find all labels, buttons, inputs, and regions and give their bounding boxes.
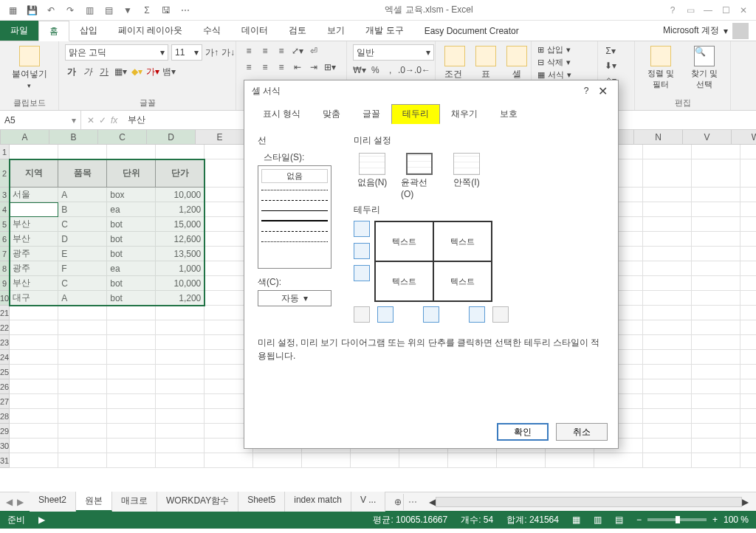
cell[interactable]: [107, 365, 156, 379]
dialog-help-icon[interactable]: ?: [578, 86, 594, 96]
cell[interactable]: bot: [107, 291, 156, 306]
row-header-29[interactable]: 29: [0, 424, 10, 439]
fill-color-icon[interactable]: ◆▾: [130, 65, 143, 78]
cell[interactable]: 15,000: [156, 217, 205, 232]
cell[interactable]: [643, 394, 692, 409]
line-style-dotted2[interactable]: [261, 238, 328, 245]
cell[interactable]: [692, 261, 740, 276]
border-vmiddle-button[interactable]: [423, 306, 439, 323]
cell[interactable]: D: [58, 232, 107, 247]
sheet-tab-0[interactable]: Sheet2: [30, 492, 76, 512]
cell[interactable]: C: [58, 217, 107, 232]
wrap-text-icon[interactable]: ⏎: [307, 44, 320, 58]
row-header-23[interactable]: 23: [0, 335, 10, 350]
row-header-30[interactable]: 30: [0, 439, 10, 453]
row-header-24[interactable]: 24: [0, 350, 10, 365]
cell[interactable]: [740, 261, 756, 276]
sheet-tab-4[interactable]: Sheet5: [238, 492, 285, 512]
tab-home[interactable]: 홈: [38, 21, 69, 41]
cell[interactable]: 13,500: [156, 247, 205, 261]
border-diag-down-button[interactable]: [492, 306, 509, 323]
dialog-tab-2[interactable]: 글꼴: [351, 104, 391, 124]
cell[interactable]: [643, 202, 692, 217]
cell[interactable]: 1,000: [156, 261, 205, 276]
zoom-slider[interactable]: [647, 518, 707, 521]
cell[interactable]: [643, 291, 692, 306]
row-header-10[interactable]: 10: [0, 291, 10, 306]
tab-layout[interactable]: 페이지 레이아웃: [108, 21, 193, 41]
cell[interactable]: [692, 320, 740, 335]
autosum-icon[interactable]: Σ: [139, 2, 155, 18]
cell[interactable]: [692, 145, 740, 159]
row-header-5[interactable]: 5: [0, 217, 10, 232]
excel-app-icon[interactable]: ▦: [4, 2, 21, 18]
currency-icon[interactable]: ₩▾: [353, 63, 366, 77]
fx-icon[interactable]: fx: [111, 115, 117, 125]
cell[interactable]: [740, 306, 756, 320]
cell[interactable]: [692, 365, 740, 379]
col-header-C[interactable]: C: [98, 130, 147, 144]
cell[interactable]: [643, 145, 692, 159]
grow-font-icon[interactable]: 가↑: [205, 46, 219, 59]
row-header-25[interactable]: 25: [0, 365, 10, 379]
dialog-tab-3[interactable]: 테두리: [391, 104, 440, 124]
hscroll-right-icon[interactable]: ▶: [742, 497, 749, 507]
cell[interactable]: [10, 409, 58, 424]
line-style-thin[interactable]: [261, 207, 328, 214]
cell[interactable]: [302, 453, 351, 468]
cell[interactable]: box: [107, 188, 156, 202]
line-style-dashed[interactable]: [261, 196, 328, 204]
cell[interactable]: [692, 202, 740, 217]
cell[interactable]: [156, 424, 205, 439]
new-icon[interactable]: ▥: [81, 2, 97, 18]
dec-indent-icon[interactable]: ⇤: [291, 61, 304, 74]
cell[interactable]: [58, 394, 107, 409]
tab-file[interactable]: 파일: [0, 21, 38, 41]
help-icon[interactable]: ?: [666, 5, 679, 16]
sheet-tab-2[interactable]: 매크로: [112, 492, 157, 512]
cell[interactable]: [546, 453, 594, 468]
dialog-tab-4[interactable]: 채우기: [440, 104, 489, 124]
cell[interactable]: [107, 335, 156, 350]
cell[interactable]: A: [58, 291, 107, 306]
cell[interactable]: [692, 350, 740, 365]
preset-outline-button[interactable]: 윤곽선(O): [401, 153, 438, 199]
cell[interactable]: [692, 232, 740, 247]
row-header-1[interactable]: 1: [0, 145, 10, 159]
col-header-E[interactable]: E: [196, 130, 244, 144]
cell[interactable]: [156, 365, 205, 379]
cell[interactable]: 광주: [10, 247, 58, 261]
cell[interactable]: [643, 379, 692, 394]
cell[interactable]: 1,200: [156, 291, 205, 306]
sheet-tab-6[interactable]: V ...: [351, 492, 385, 512]
col-header-N[interactable]: N: [634, 130, 683, 144]
cell[interactable]: [643, 453, 692, 468]
ok-button[interactable]: 확인: [497, 423, 549, 441]
cell[interactable]: [692, 453, 740, 468]
cell[interactable]: [692, 217, 740, 232]
cell[interactable]: 단가: [156, 159, 205, 188]
cell[interactable]: [740, 379, 756, 394]
cell[interactable]: E: [58, 247, 107, 261]
ribbon-options-icon[interactable]: ▭: [684, 5, 697, 16]
cell[interactable]: [643, 276, 692, 291]
cell[interactable]: [643, 335, 692, 350]
font-name-combo[interactable]: 맑은 고딕▾: [65, 44, 168, 61]
font-size-combo[interactable]: 11▾: [171, 44, 202, 61]
cell[interactable]: [643, 424, 692, 439]
cell[interactable]: [740, 159, 756, 188]
cell[interactable]: 대구: [10, 291, 58, 306]
cell[interactable]: [643, 247, 692, 261]
cell[interactable]: [740, 394, 756, 409]
row-header-8[interactable]: 8: [0, 261, 10, 276]
cell[interactable]: [351, 453, 399, 468]
border-bottom-button[interactable]: [354, 265, 370, 281]
cell[interactable]: [58, 439, 107, 453]
row-header-31[interactable]: 31: [0, 453, 10, 468]
cell[interactable]: [594, 453, 643, 468]
cell[interactable]: [643, 350, 692, 365]
cell[interactable]: 광주: [10, 261, 58, 276]
underline-icon[interactable]: 가: [97, 65, 111, 78]
cell[interactable]: [643, 159, 692, 188]
number-format-combo[interactable]: 일반▾: [353, 44, 434, 61]
